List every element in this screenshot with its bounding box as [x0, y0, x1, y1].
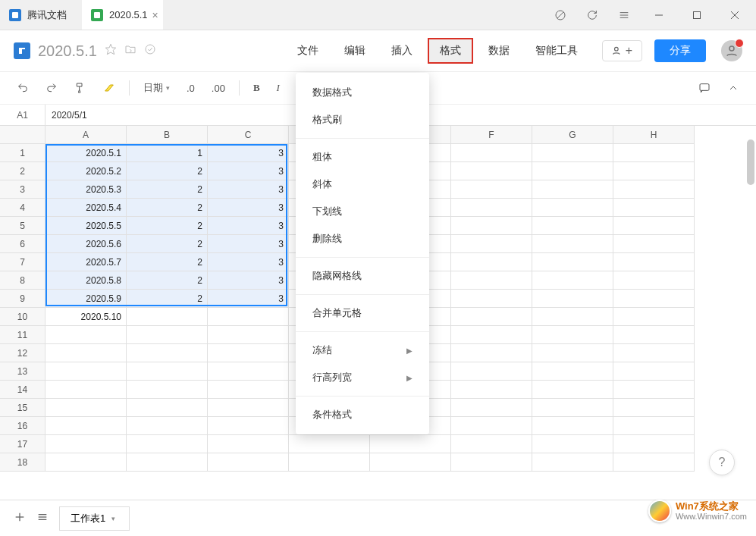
- cell[interactable]: [451, 344, 532, 362]
- cell[interactable]: [370, 453, 451, 472]
- cell[interactable]: [451, 180, 532, 199]
- cell[interactable]: 2: [127, 253, 208, 271]
- row-header[interactable]: 10: [0, 308, 45, 326]
- cell[interactable]: 2: [127, 271, 208, 290]
- cell[interactable]: 3: [208, 253, 289, 271]
- cell-reference[interactable]: A1: [0, 105, 45, 125]
- format-menu-item[interactable]: 条件格式: [296, 401, 429, 428]
- cell[interactable]: [127, 417, 208, 435]
- undo-button[interactable]: [14, 79, 32, 97]
- cell[interactable]: 2020.5.4: [45, 199, 127, 217]
- col-header[interactable]: B: [127, 126, 208, 144]
- col-header[interactable]: G: [532, 126, 613, 144]
- cell[interactable]: [451, 235, 532, 253]
- increase-decimal-button[interactable]: .00: [209, 80, 228, 97]
- sheet-tab[interactable]: 工作表1▾: [59, 506, 130, 531]
- cell[interactable]: 3: [208, 235, 289, 253]
- cell[interactable]: [45, 326, 127, 344]
- folder-move-icon[interactable]: [124, 43, 136, 58]
- cell[interactable]: [613, 144, 695, 162]
- comment-button[interactable]: [695, 79, 714, 97]
- clear-format-button[interactable]: [100, 79, 118, 97]
- cell[interactable]: [532, 235, 613, 253]
- cell[interactable]: [45, 435, 127, 453]
- cell[interactable]: [127, 381, 208, 399]
- cell[interactable]: [532, 453, 613, 472]
- cell[interactable]: [208, 417, 289, 435]
- cell[interactable]: 3: [208, 144, 289, 162]
- cell[interactable]: 2: [127, 180, 208, 199]
- cell[interactable]: [532, 290, 613, 308]
- cell[interactable]: [208, 308, 289, 326]
- cell[interactable]: 2020.5.5: [45, 217, 127, 235]
- row-header[interactable]: 14: [0, 381, 45, 399]
- help-button[interactable]: ?: [709, 450, 735, 475]
- cell[interactable]: [613, 417, 695, 435]
- format-menu-item[interactable]: 行高列宽▶: [296, 364, 429, 391]
- cell[interactable]: [613, 362, 695, 381]
- format-painter-button[interactable]: [71, 79, 89, 97]
- col-header[interactable]: A: [45, 126, 127, 144]
- sync-status-icon[interactable]: [144, 43, 156, 58]
- row-header[interactable]: 3: [0, 180, 45, 199]
- cell[interactable]: [613, 235, 695, 253]
- cell[interactable]: [45, 399, 127, 417]
- row-header[interactable]: 7: [0, 253, 45, 271]
- cell[interactable]: 2: [127, 217, 208, 235]
- cell[interactable]: 2020.5.6: [45, 235, 127, 253]
- row-header[interactable]: 6: [0, 235, 45, 253]
- select-all-corner[interactable]: [0, 126, 45, 144]
- cell[interactable]: [127, 308, 208, 326]
- format-menu-item[interactable]: 合并单元格: [296, 299, 429, 327]
- cell[interactable]: [370, 435, 451, 453]
- cell[interactable]: [613, 271, 695, 290]
- cell[interactable]: [127, 344, 208, 362]
- cell[interactable]: [613, 399, 695, 417]
- row-header[interactable]: 16: [0, 417, 45, 435]
- cell[interactable]: [532, 308, 613, 326]
- row-header[interactable]: 13: [0, 362, 45, 381]
- cell[interactable]: [451, 399, 532, 417]
- cell[interactable]: 2020.5.2: [45, 162, 127, 180]
- cell[interactable]: [613, 253, 695, 271]
- cell[interactable]: [45, 453, 127, 472]
- cell[interactable]: [532, 271, 613, 290]
- cell[interactable]: 2020.5.1: [45, 144, 127, 162]
- format-menu-item[interactable]: 删除线: [296, 225, 429, 252]
- decrease-decimal-button[interactable]: .0: [184, 80, 198, 97]
- col-header[interactable]: F: [451, 126, 532, 144]
- close-window-button[interactable]: [721, 0, 748, 30]
- cell[interactable]: [208, 453, 289, 472]
- share-button[interactable]: 分享: [654, 39, 706, 62]
- cell[interactable]: [613, 217, 695, 235]
- row-header[interactable]: 17: [0, 435, 45, 453]
- tab-document[interactable]: 2020.5.1 ×: [82, 0, 163, 30]
- row-header[interactable]: 4: [0, 199, 45, 217]
- cell[interactable]: [613, 453, 695, 472]
- cell[interactable]: [451, 417, 532, 435]
- cell[interactable]: 3: [208, 180, 289, 199]
- add-sheet-button[interactable]: [14, 511, 26, 526]
- format-menu-item[interactable]: 冻结▶: [296, 337, 429, 364]
- cell[interactable]: [127, 326, 208, 344]
- row-header[interactable]: 11: [0, 326, 45, 344]
- row-header[interactable]: 9: [0, 290, 45, 308]
- cell[interactable]: [451, 435, 532, 453]
- refresh-icon[interactable]: [582, 5, 603, 26]
- cell[interactable]: [289, 453, 370, 472]
- maximize-button[interactable]: [683, 0, 711, 30]
- cell[interactable]: [532, 381, 613, 399]
- star-icon[interactable]: [105, 43, 117, 58]
- cell[interactable]: 2020.5.10: [45, 308, 127, 326]
- cell[interactable]: [532, 217, 613, 235]
- cell[interactable]: 1: [127, 144, 208, 162]
- format-menu-item[interactable]: 下划线: [296, 198, 429, 225]
- cell[interactable]: [208, 399, 289, 417]
- cell[interactable]: [532, 399, 613, 417]
- cell[interactable]: 2: [127, 235, 208, 253]
- cell[interactable]: [532, 417, 613, 435]
- cell[interactable]: [289, 435, 370, 453]
- cell[interactable]: [208, 362, 289, 381]
- cell[interactable]: [532, 362, 613, 381]
- cell[interactable]: [451, 199, 532, 217]
